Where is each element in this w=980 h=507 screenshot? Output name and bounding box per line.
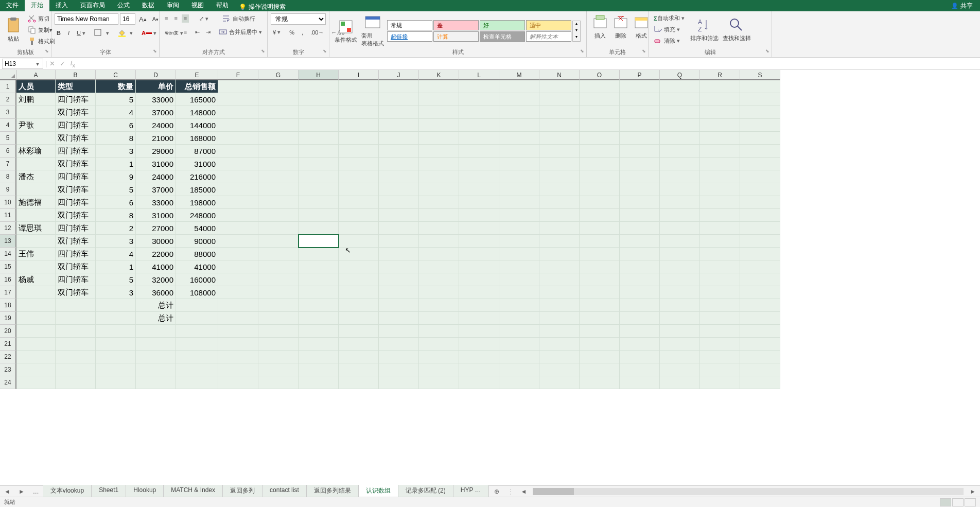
cell[interactable]: [499, 235, 539, 248]
cell[interactable]: [620, 183, 660, 196]
cell[interactable]: [339, 106, 379, 119]
cell[interactable]: [459, 273, 499, 286]
cell[interactable]: [580, 209, 620, 222]
cell[interactable]: [660, 170, 700, 183]
cell[interactable]: [660, 363, 700, 376]
column-header-P[interactable]: P: [620, 70, 660, 80]
row-header[interactable]: 17: [0, 286, 16, 299]
spreadsheet-grid[interactable]: ABCDEFGHIJKLMNOPQRS 1人员类型数量单价总销售额2刘鹏四门轿车…: [0, 70, 980, 389]
cell[interactable]: [258, 325, 299, 338]
cell[interactable]: [660, 93, 700, 106]
cell[interactable]: [258, 106, 299, 119]
cell[interactable]: 41000: [176, 260, 218, 273]
cell[interactable]: [16, 106, 56, 119]
style-calculation[interactable]: 计算: [433, 31, 479, 42]
cell[interactable]: [56, 338, 96, 351]
cell[interactable]: [258, 93, 299, 106]
grow-font-button[interactable]: A▴: [137, 14, 149, 24]
cell[interactable]: [419, 170, 459, 183]
sheet-nav-prev[interactable]: ◄: [0, 488, 14, 495]
column-header-N[interactable]: N: [539, 70, 580, 80]
hscroll-right[interactable]: ►: [966, 488, 980, 495]
cell[interactable]: [740, 363, 780, 376]
cell[interactable]: [379, 145, 419, 158]
column-header-C[interactable]: C: [96, 70, 136, 80]
cell[interactable]: [56, 363, 96, 376]
cell[interactable]: [539, 80, 580, 93]
cell[interactable]: [258, 209, 299, 222]
cell[interactable]: [218, 170, 258, 183]
cell[interactable]: [580, 235, 620, 248]
page-break-view-button[interactable]: [965, 498, 976, 506]
cell[interactable]: [700, 248, 740, 260]
cell[interactable]: [339, 363, 379, 376]
cell[interactable]: [218, 222, 258, 235]
shrink-font-button[interactable]: A▾: [150, 15, 161, 23]
cell[interactable]: [419, 222, 459, 235]
cell[interactable]: [580, 222, 620, 235]
cell[interactable]: [218, 196, 258, 209]
cell[interactable]: [339, 286, 379, 299]
cell[interactable]: [580, 158, 620, 170]
row-header[interactable]: 11: [0, 209, 16, 222]
cell[interactable]: [299, 376, 339, 389]
increase-indent-button[interactable]: ⇥: [204, 28, 213, 37]
cell[interactable]: [580, 299, 620, 312]
cell[interactable]: 216000: [176, 170, 218, 183]
cell[interactable]: [258, 183, 299, 196]
cell[interactable]: [218, 158, 258, 170]
align-middle-button[interactable]: ≡: [172, 14, 179, 23]
sheet-nav-menu[interactable]: …: [29, 488, 43, 495]
cell[interactable]: [339, 338, 379, 351]
add-sheet-button[interactable]: ⊕: [489, 488, 504, 495]
cell[interactable]: [459, 376, 499, 389]
cell[interactable]: [580, 376, 620, 389]
cell[interactable]: 5: [96, 183, 136, 196]
cell[interactable]: [740, 119, 780, 132]
cell[interactable]: 尹歌: [16, 119, 56, 132]
cell[interactable]: [700, 132, 740, 145]
cell[interactable]: [419, 338, 459, 351]
cell[interactable]: [740, 80, 780, 93]
cell[interactable]: [379, 170, 419, 183]
wrap-text-button[interactable]: 自动换行: [220, 13, 257, 24]
sheet-tab[interactable]: contact list: [262, 485, 307, 498]
cell[interactable]: 2: [96, 222, 136, 235]
cell[interactable]: [379, 363, 419, 376]
cell[interactable]: 1: [96, 260, 136, 273]
cell[interactable]: [620, 273, 660, 286]
row-header[interactable]: 20: [0, 325, 16, 338]
cell[interactable]: [419, 196, 459, 209]
row-header[interactable]: 21: [0, 338, 16, 351]
cell[interactable]: [419, 299, 459, 312]
sheet-tab[interactable]: 文本vlookup: [43, 485, 92, 498]
cell[interactable]: [299, 183, 339, 196]
style-neutral[interactable]: 适中: [526, 20, 571, 30]
cell[interactable]: [16, 325, 56, 338]
cell[interactable]: [136, 325, 176, 338]
cell[interactable]: [379, 351, 419, 363]
cell[interactable]: [539, 376, 580, 389]
cell[interactable]: [379, 132, 419, 145]
cell[interactable]: [176, 376, 218, 389]
cell[interactable]: [539, 260, 580, 273]
cell[interactable]: [339, 376, 379, 389]
cell[interactable]: [740, 93, 780, 106]
cell[interactable]: 3: [96, 235, 136, 248]
cell[interactable]: [539, 325, 580, 338]
cell[interactable]: [218, 93, 258, 106]
cell[interactable]: [580, 170, 620, 183]
cell[interactable]: [660, 209, 700, 222]
cell[interactable]: [700, 170, 740, 183]
cell[interactable]: [299, 132, 339, 145]
cell[interactable]: [740, 170, 780, 183]
decrease-indent-button[interactable]: ⇤: [193, 28, 202, 37]
cell[interactable]: [96, 376, 136, 389]
cell[interactable]: [379, 235, 419, 248]
cell[interactable]: [499, 273, 539, 286]
cell[interactable]: [339, 222, 379, 235]
cell[interactable]: [459, 145, 499, 158]
style-bad[interactable]: 差: [433, 20, 479, 30]
cell[interactable]: [660, 376, 700, 389]
cell[interactable]: [499, 376, 539, 389]
